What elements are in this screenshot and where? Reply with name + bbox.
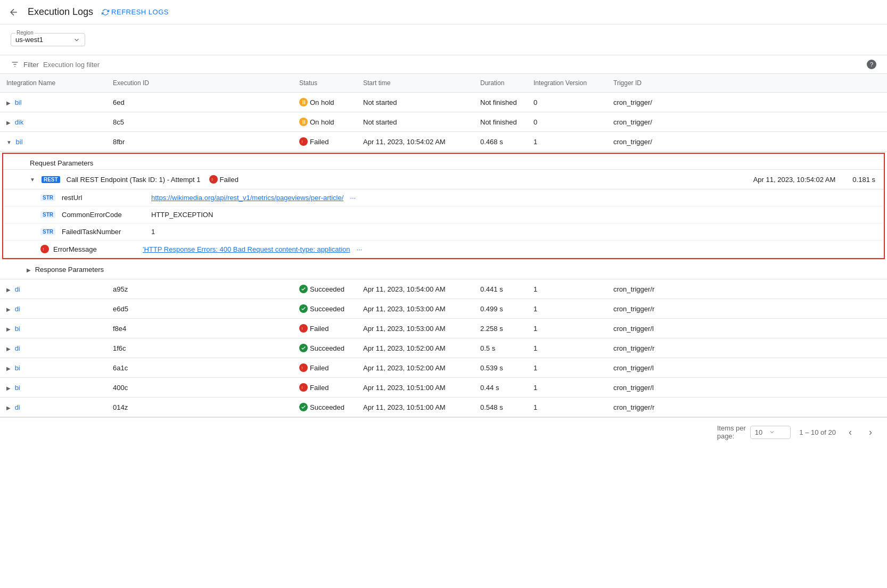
trigger-id-cell: cron_trigger/l [607, 378, 887, 397]
param-more-button[interactable]: ··· [357, 245, 363, 253]
duration-cell: 0.441 s [474, 279, 527, 299]
status-cell: ⏸ On hold [293, 112, 357, 132]
status-text: Failed [310, 384, 328, 392]
expand-row-button[interactable]: ▶ [6, 346, 11, 352]
execution-id-cell: 8fbr [106, 132, 293, 152]
status-badge: Succeeded [299, 304, 344, 313]
duration-cell: 0.468 s [474, 132, 527, 152]
integration-link[interactable]: dik [15, 118, 24, 126]
status-text: Succeeded [310, 344, 344, 352]
version-cell: 1 [527, 279, 607, 299]
duration-cell: 2.258 s [474, 319, 527, 338]
col-start-time: Start time [357, 74, 474, 93]
request-params-section: Request Parameters [3, 154, 884, 170]
filter-input[interactable] [43, 61, 863, 69]
execution-id-cell: e6d5 [106, 299, 293, 319]
items-per-page-select[interactable]: 10 [750, 426, 791, 439]
param-row: STRrestUrlhttps://wikimedia.org/api/rest… [3, 189, 884, 206]
param-value: 1 [151, 228, 155, 236]
str-badge: STR [40, 228, 55, 235]
expand-row-button[interactable]: ▶ [6, 287, 11, 293]
request-params-title: Request Parameters [30, 155, 93, 171]
expand-row-button[interactable]: ▶ [6, 120, 11, 126]
version-cell: 1 [527, 378, 607, 397]
execution-id-cell: 6ed [106, 93, 293, 112]
status-cell: Succeeded [293, 299, 357, 319]
status-icon: ⏸ [299, 98, 308, 106]
param-value-link[interactable]: https://wikimedia.org/api/rest_v1/metric… [151, 194, 343, 202]
param-name: ErrorMessage [53, 245, 138, 253]
integration-link[interactable]: di [15, 285, 20, 293]
expand-row-button[interactable]: ▶ [6, 326, 11, 332]
table-row: ▶ dik 8c5 ⏸ On hold Not started Not fini… [0, 112, 887, 132]
col-integration-name: Integration Name [0, 74, 106, 93]
table-row: ▶ bil 6ed ⏸ On hold Not started Not fini… [0, 93, 887, 112]
back-button[interactable] [9, 7, 19, 18]
table-body: ▶ bil 6ed ⏸ On hold Not started Not fini… [0, 93, 887, 417]
expand-row-button[interactable]: ▶ [6, 366, 11, 371]
next-page-button[interactable]: › [865, 425, 876, 440]
help-icon[interactable]: ? [867, 60, 876, 69]
status-icon: ! [299, 383, 308, 392]
status-badge: ⏸ On hold [299, 98, 334, 106]
integration-link[interactable]: bi [15, 384, 20, 392]
start-time-cell: Apr 11, 2023, 10:53:00 AM [357, 299, 474, 319]
expand-row-button[interactable]: ▶ [6, 385, 11, 391]
integration-link[interactable]: bi [15, 364, 20, 372]
error-icon: ! [40, 245, 49, 253]
col-trigger-id: Trigger ID [607, 74, 887, 93]
integration-name-cell: ▶ di [0, 397, 106, 417]
region-section: Region us-west1 [0, 24, 887, 55]
duration-cell: 0.499 s [474, 299, 527, 319]
integration-link[interactable]: di [15, 403, 20, 411]
refresh-logs-button[interactable]: REFRESH LOGS [102, 8, 169, 16]
param-value: HTTP_EXCEPTION [151, 211, 213, 219]
status-cell: ! Failed [293, 358, 357, 378]
status-icon: ! [299, 324, 308, 333]
integration-link[interactable]: di [15, 305, 20, 313]
trigger-id-cell: cron_trigger/l [607, 358, 887, 378]
version-cell: 0 [527, 93, 607, 112]
integration-link[interactable]: bil [16, 138, 23, 146]
expand-row-button[interactable]: ▶ [6, 307, 11, 312]
region-label: Region [15, 30, 35, 36]
rest-badge: REST [42, 176, 60, 183]
param-value-link[interactable]: 'HTTP Response Errors: 400 Bad Request c… [143, 245, 350, 253]
page-header: Execution Logs REFRESH LOGS [0, 0, 887, 24]
table-row: ▶ di 014z Succeeded Apr 11, 2023, 10:51:… [0, 397, 887, 417]
duration-cell: 0.539 s [474, 358, 527, 378]
integration-link[interactable]: di [15, 344, 20, 352]
trigger-id-cell: cron_trigger/r [607, 338, 887, 358]
trigger-id-cell: cron_trigger/r [607, 279, 887, 299]
integration-link[interactable]: bil [15, 98, 22, 106]
region-select-wrapper[interactable]: Region us-west1 [11, 33, 85, 46]
integration-name-cell: ▶ dik [0, 112, 106, 132]
integration-link[interactable]: bi [15, 325, 20, 333]
task-status-text: Failed [220, 176, 239, 184]
collapse-row-button[interactable]: ▼ [6, 139, 12, 145]
task-collapse-button[interactable]: ▼ [30, 177, 35, 183]
str-badge: STR [40, 194, 55, 201]
col-execution-id: Execution ID [106, 74, 293, 93]
expand-row-button[interactable]: ▶ [6, 100, 11, 106]
status-text: On hold [310, 98, 334, 106]
col-duration: Duration [474, 74, 527, 93]
region-select[interactable]: us-west1 [15, 35, 80, 44]
execution-id-cell: f8e4 [106, 319, 293, 338]
status-icon [299, 403, 308, 411]
pagination-bar: Items per page: 10 1 – 10 of 20 ‹ › [0, 417, 887, 446]
status-badge: ! Failed [299, 363, 328, 372]
prev-page-button[interactable]: ‹ [844, 425, 856, 440]
param-more-button[interactable]: ··· [350, 194, 356, 202]
trigger-id-cell: cron_trigger/ [607, 112, 887, 132]
duration-cell: Not finished [474, 93, 527, 112]
status-icon: ! [299, 137, 308, 146]
col-status: Status [293, 74, 357, 93]
chevron-down-icon [73, 36, 80, 44]
status-badge: Succeeded [299, 285, 344, 293]
version-cell: 0 [527, 112, 607, 132]
expand-row-button[interactable]: ▶ [6, 405, 11, 411]
status-badge: ! Failed [299, 324, 328, 333]
response-params-expand-button[interactable]: ▶ [27, 267, 31, 273]
status-text: Failed [310, 364, 328, 372]
